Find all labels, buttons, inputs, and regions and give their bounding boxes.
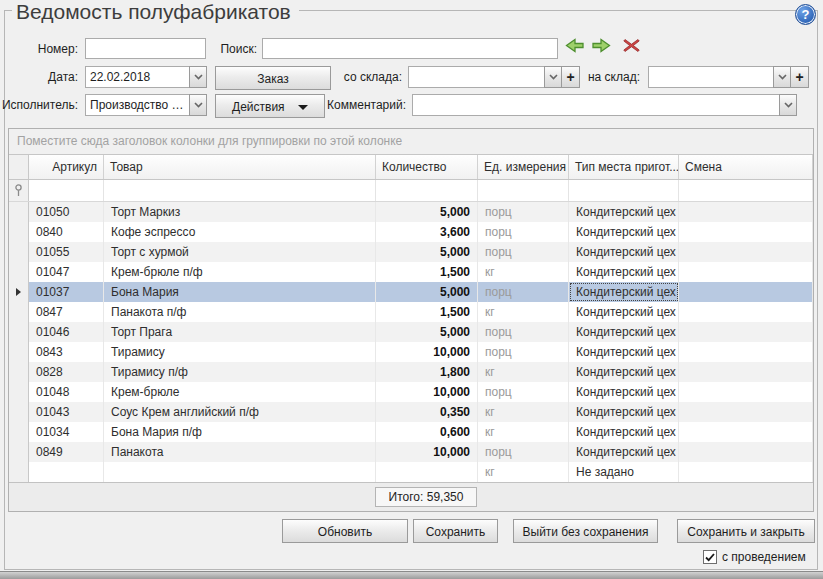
table-row[interactable]: 01050Торт Маркиз5,000порцКондитерский це… — [9, 202, 813, 222]
filter-cell-article[interactable] — [29, 180, 104, 201]
cell-product[interactable]: Торт Маркиз — [104, 202, 376, 222]
row-indicator[interactable] — [9, 302, 29, 322]
cell-product[interactable]: Бона Мария п/ф — [104, 422, 376, 442]
cell-prep-place[interactable]: Не задано — [569, 462, 679, 482]
column-header-quantity[interactable]: Количество — [376, 155, 478, 179]
cell-article[interactable]: 0828 — [29, 362, 104, 382]
filter-cell-prep-place[interactable] — [569, 180, 679, 201]
cell-shift[interactable] — [679, 462, 813, 482]
cell-article[interactable]: 0849 — [29, 442, 104, 462]
cell-quantity[interactable] — [376, 462, 478, 482]
cell-shift[interactable] — [679, 362, 813, 382]
filter-cell-shift[interactable] — [679, 180, 813, 201]
cell-unit[interactable]: порц — [478, 322, 569, 342]
cell-article[interactable]: 01050 — [29, 202, 104, 222]
cell-article[interactable]: 01047 — [29, 262, 104, 282]
refresh-button[interactable]: Обновить — [282, 519, 408, 543]
cell-quantity[interactable]: 1,500 — [376, 302, 478, 322]
exit-without-saving-button[interactable]: Выйти без сохранения — [513, 519, 658, 543]
clear-search-icon[interactable] — [623, 38, 643, 54]
comment-value[interactable] — [412, 94, 779, 116]
cell-prep-place[interactable]: Кондитерский цех — [569, 422, 679, 442]
cell-article[interactable]: 0847 — [29, 302, 104, 322]
cell-shift[interactable] — [679, 442, 813, 462]
table-row[interactable]: 01046Торт Прага5,000порцКондитерский цех — [9, 322, 813, 342]
cell-shift[interactable] — [679, 422, 813, 442]
selected-row-indicator[interactable] — [9, 282, 29, 302]
cell-article[interactable]: 01046 — [29, 322, 104, 342]
cell-prep-place[interactable]: Кондитерский цех — [569, 402, 679, 422]
column-header-product[interactable]: Товар — [104, 155, 376, 179]
cell-quantity[interactable]: 5,000 — [376, 322, 478, 342]
cell-product[interactable]: Тирамису п/ф — [104, 362, 376, 382]
cell-quantity[interactable]: 1,800 — [376, 362, 478, 382]
cell-article[interactable] — [29, 462, 104, 482]
cell-unit[interactable]: порц — [478, 222, 569, 242]
cell-unit[interactable]: кг — [478, 262, 569, 282]
row-indicator[interactable] — [9, 242, 29, 262]
cell-product[interactable]: Панакота п/ф — [104, 302, 376, 322]
cell-prep-place[interactable]: Кондитерский цех — [569, 322, 679, 342]
checkbox-checkmark-icon[interactable] — [703, 550, 717, 564]
help-icon[interactable]: ? — [795, 4, 816, 25]
date-dropdown-icon[interactable] — [189, 66, 207, 88]
cell-unit[interactable]: кг — [478, 402, 569, 422]
cell-unit[interactable]: кг — [478, 462, 569, 482]
cell-product[interactable]: Торт с хурмой — [104, 242, 376, 262]
cell-product[interactable]: Бона Мария — [104, 282, 376, 302]
table-row[interactable]: 0847Панакота п/ф1,500кгКондитерский цех — [9, 302, 813, 322]
cell-quantity[interactable]: 10,000 — [376, 342, 478, 362]
actions-button[interactable]: Действия — [215, 94, 325, 118]
save-and-close-button[interactable]: Сохранить и закрыть — [677, 519, 815, 543]
cell-prep-place[interactable]: Кондитерский цех — [569, 282, 679, 302]
table-row[interactable]: 01055Торт с хурмой5,000порцКондитерский … — [9, 242, 813, 262]
cell-quantity[interactable]: 0,600 — [376, 422, 478, 442]
cell-article[interactable]: 0840 — [29, 222, 104, 242]
row-indicator[interactable] — [9, 342, 29, 362]
group-by-panel[interactable]: Поместите сюда заголовок колонки для гру… — [9, 129, 813, 155]
cell-quantity[interactable]: 5,000 — [376, 242, 478, 262]
table-row[interactable]: 01047Крем-брюле п/ф1,500кгКондитерский ц… — [9, 262, 813, 282]
row-indicator[interactable] — [9, 362, 29, 382]
filter-cell-quantity[interactable] — [376, 180, 478, 201]
prev-arrow-icon[interactable] — [565, 38, 585, 54]
cell-product[interactable]: Крем-брюле — [104, 382, 376, 402]
cell-quantity[interactable]: 5,000 — [376, 282, 478, 302]
cell-unit[interactable]: порц — [478, 282, 569, 302]
table-row[interactable]: 0843Тирамису10,000порцКондитерский цех — [9, 342, 813, 362]
cell-shift[interactable] — [679, 322, 813, 342]
cell-quantity[interactable]: 10,000 — [376, 382, 478, 402]
executor-dropdown-icon[interactable] — [189, 94, 207, 116]
cell-quantity[interactable]: 5,000 — [376, 202, 478, 222]
cell-unit[interactable]: порц — [478, 442, 569, 462]
to-store-value[interactable] — [648, 66, 773, 88]
date-picker[interactable]: 22.02.2018 — [85, 66, 207, 88]
cell-quantity[interactable]: 3,600 — [376, 222, 478, 242]
row-indicator[interactable] — [9, 322, 29, 342]
order-ingredients-button[interactable]: Заказ ингредиентов — [215, 66, 331, 90]
filter-cell-product[interactable] — [104, 180, 376, 201]
cell-prep-place[interactable]: Кондитерский цех — [569, 302, 679, 322]
row-indicator[interactable] — [9, 202, 29, 222]
comment-dropdown-icon[interactable] — [779, 94, 797, 116]
next-arrow-icon[interactable] — [592, 38, 612, 54]
cell-product[interactable] — [104, 462, 376, 482]
cell-prep-place[interactable]: Кондитерский цех — [569, 202, 679, 222]
table-row[interactable]: 01043Соус Крем английский п/ф0,350кгКонд… — [9, 402, 813, 422]
row-indicator[interactable] — [9, 222, 29, 242]
row-indicator[interactable] — [9, 402, 29, 422]
cell-prep-place[interactable]: Кондитерский цех — [569, 382, 679, 402]
cell-quantity[interactable]: 1,500 — [376, 262, 478, 282]
table-row[interactable]: 0849Панакота10,000порцКондитерский цех — [9, 442, 813, 462]
column-header-unit[interactable]: Ед. измерения — [478, 155, 569, 179]
cell-shift[interactable] — [679, 302, 813, 322]
cell-prep-place[interactable]: Кондитерский цех — [569, 442, 679, 462]
executor-value[interactable]: Производство В... — [85, 94, 189, 116]
cell-unit[interactable]: кг — [478, 302, 569, 322]
cell-unit[interactable]: кг — [478, 362, 569, 382]
cell-product[interactable]: Торт Прага — [104, 322, 376, 342]
cell-article[interactable]: 01048 — [29, 382, 104, 402]
table-row[interactable]: 01048Крем-брюле10,000порцКондитерский це… — [9, 382, 813, 402]
cell-product[interactable]: Соус Крем английский п/ф — [104, 402, 376, 422]
comment-select[interactable] — [412, 94, 797, 116]
